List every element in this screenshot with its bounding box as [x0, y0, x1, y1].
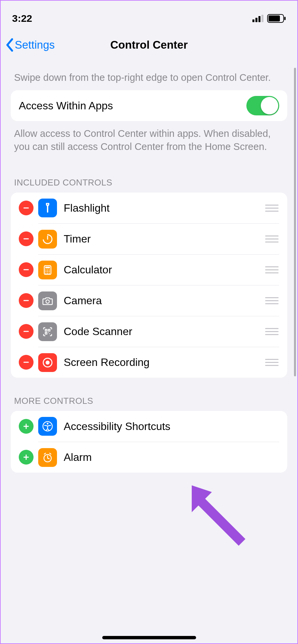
calculator-icon [38, 261, 57, 279]
page-title: Control Center [110, 39, 188, 51]
list-item: Flashlight [11, 193, 287, 223]
svg-rect-40 [26, 454, 27, 460]
back-button[interactable]: Settings [5, 38, 55, 52]
minus-icon [22, 204, 30, 212]
svg-point-17 [49, 269, 50, 270]
plus-icon [22, 453, 30, 461]
list-item: Alarm [11, 442, 287, 473]
item-label: Camera [64, 294, 258, 307]
list-item: Calculator [11, 254, 287, 285]
list-item: Accessibility Shortcuts [11, 411, 287, 442]
access-toggle[interactable] [246, 96, 279, 115]
access-card: Access Within Apps [11, 90, 287, 121]
svg-rect-36 [26, 424, 27, 429]
flashlight-icon [38, 199, 57, 217]
back-label: Settings [15, 39, 55, 51]
remove-button[interactable] [19, 201, 34, 215]
svg-rect-12 [23, 269, 29, 270]
battery-icon [267, 14, 286, 23]
add-button[interactable] [19, 419, 34, 434]
svg-line-44 [44, 453, 46, 454]
drag-handle-icon[interactable] [264, 293, 279, 308]
svg-rect-26 [23, 331, 29, 332]
minus-icon [22, 359, 30, 366]
status-time: 3:22 [12, 13, 32, 24]
list-item: Camera [11, 285, 287, 316]
toggle-knob [261, 97, 278, 114]
item-label: Screen Recording [64, 356, 258, 369]
access-label: Access Within Apps [19, 100, 240, 112]
home-indicator [102, 636, 196, 639]
svg-rect-29 [45, 332, 47, 334]
svg-rect-24 [23, 300, 29, 301]
nav-bar: Settings Control Center [1, 30, 297, 60]
svg-point-18 [45, 271, 46, 272]
item-label: Code Scanner [64, 325, 258, 338]
svg-line-45 [50, 453, 51, 454]
minus-icon [22, 235, 30, 243]
help-text-top: Swipe down from the top-right edge to op… [1, 60, 297, 90]
scrollbar[interactable] [294, 68, 296, 376]
plus-icon [22, 423, 30, 430]
item-label: Alarm [64, 451, 279, 464]
svg-point-25 [46, 300, 49, 303]
timer-icon [38, 230, 57, 249]
more-card: Accessibility Shortcuts Alarm [11, 411, 287, 473]
svg-point-34 [46, 361, 50, 365]
minus-icon [22, 266, 30, 273]
status-right [252, 14, 286, 23]
list-item: Screen Recording [11, 347, 287, 378]
chevron-left-icon [5, 38, 14, 52]
svg-point-15 [45, 269, 46, 270]
svg-point-19 [47, 271, 48, 272]
drag-handle-icon[interactable] [264, 355, 279, 370]
included-card: Flashlight Timer [11, 193, 287, 378]
svg-point-23 [49, 273, 50, 274]
svg-rect-28 [48, 329, 50, 331]
minus-icon [22, 328, 30, 335]
section-header-included: INCLUDED CONTROLS [1, 159, 297, 193]
svg-rect-9 [23, 238, 29, 239]
list-item: Timer [11, 223, 287, 254]
add-button[interactable] [19, 450, 34, 465]
svg-point-20 [49, 271, 50, 272]
help-text-access: Allow access to Control Center within ap… [1, 121, 297, 159]
accessibility-icon [38, 417, 57, 436]
svg-rect-32 [23, 362, 29, 363]
svg-point-8 [47, 204, 48, 205]
svg-point-38 [47, 423, 49, 425]
remove-button[interactable] [19, 231, 34, 246]
list-item: Code Scanner [11, 316, 287, 347]
drag-handle-icon[interactable] [264, 201, 279, 215]
svg-rect-3 [261, 15, 263, 22]
drag-handle-icon[interactable] [264, 232, 279, 247]
svg-rect-5 [269, 15, 280, 21]
remove-button[interactable] [19, 355, 34, 370]
svg-rect-1 [255, 18, 257, 22]
access-within-apps-row: Access Within Apps [11, 90, 287, 121]
remove-button[interactable] [19, 293, 34, 308]
minus-icon [22, 297, 30, 304]
svg-rect-31 [49, 333, 50, 334]
svg-rect-14 [45, 267, 50, 268]
remove-button[interactable] [19, 324, 34, 339]
cellular-icon [252, 15, 264, 22]
item-label: Accessibility Shortcuts [64, 420, 279, 433]
camera-icon [38, 291, 57, 310]
drag-handle-icon[interactable] [264, 263, 279, 277]
svg-point-21 [45, 273, 46, 274]
remove-button[interactable] [19, 262, 34, 277]
section-header-more: MORE CONTROLS [1, 378, 297, 411]
item-label: Timer [64, 233, 258, 245]
svg-rect-6 [284, 17, 286, 20]
svg-rect-30 [48, 332, 49, 333]
status-bar: 3:22 [1, 1, 297, 30]
svg-rect-0 [252, 19, 254, 22]
item-label: Flashlight [64, 202, 258, 214]
svg-point-22 [47, 273, 48, 274]
drag-handle-icon[interactable] [264, 324, 279, 339]
alarm-icon [38, 448, 57, 467]
item-label: Calculator [64, 264, 258, 276]
screen-recording-icon [38, 353, 57, 372]
settings-scroll[interactable]: Swipe down from the top-right edge to op… [1, 60, 297, 643]
